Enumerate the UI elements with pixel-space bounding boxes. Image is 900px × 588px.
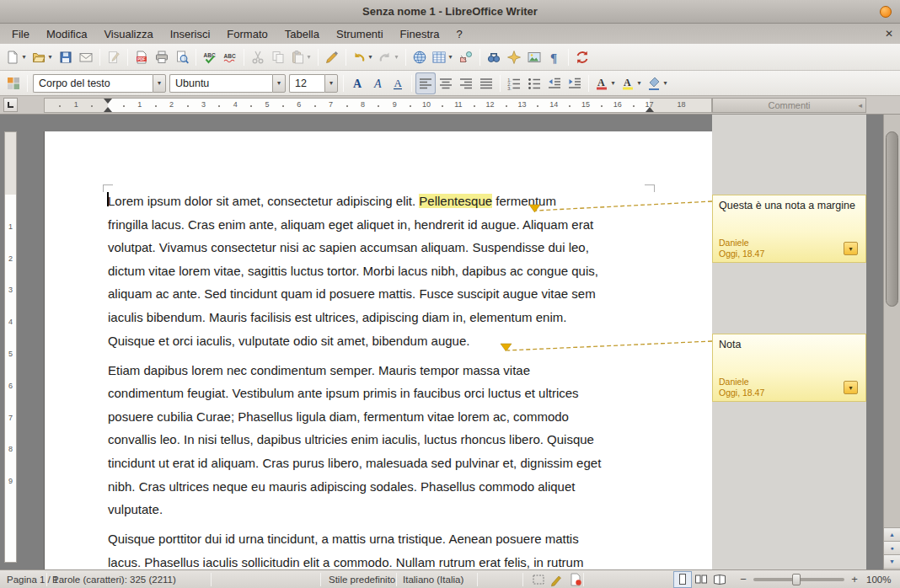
notification-indicator-icon[interactable]	[880, 6, 892, 18]
reload-button[interactable]	[572, 46, 592, 68]
font-color-dropdown-icon[interactable]: ▾	[609, 79, 617, 87]
align-right-button[interactable]	[456, 72, 476, 94]
menu-item-finestra[interactable]: Finestra	[392, 24, 448, 44]
document-text[interactable]: Lorem ipsum dolor sit amet, consectetur …	[108, 190, 664, 569]
view-book-button[interactable]	[711, 572, 728, 587]
font-color-button[interactable]: A▾	[592, 72, 619, 94]
comment-text[interactable]: Nota	[713, 334, 865, 350]
zoom-out-button[interactable]: −	[738, 573, 748, 585]
tab-stop-selector[interactable]	[3, 98, 18, 112]
font-name-combo[interactable]: Ubuntu ▾	[169, 74, 286, 93]
align-left-button[interactable]	[415, 72, 436, 94]
menu-item-tabella[interactable]: Tabella	[276, 24, 328, 44]
new-document-button[interactable]: ▾	[3, 46, 29, 68]
vertical-ruler[interactable]: 123456789	[4, 131, 17, 563]
text-line[interactable]: tincidunt ut erat id aliquam. Cras purus…	[108, 452, 664, 475]
redo-button[interactable]: ▾	[376, 46, 402, 68]
gallery-button[interactable]	[524, 46, 544, 68]
cut-button[interactable]	[248, 46, 268, 68]
find-replace-button[interactable]	[484, 46, 504, 68]
text-line[interactable]: iaculis bibendum. Mauris facilisis est u…	[108, 306, 664, 329]
font-size-dropdown-icon[interactable]: ▾	[324, 74, 338, 93]
menu-item-visualizza[interactable]: Visualizza	[95, 24, 161, 44]
word-count-status[interactable]: Parole (caratteri): 325 (2211)	[52, 570, 176, 588]
menu-item-strumenti[interactable]: Strumenti	[328, 24, 392, 44]
scrollbar-thumb[interactable]	[886, 131, 898, 307]
paragraph-style-dropdown-icon[interactable]: ▾	[153, 74, 166, 93]
autospellcheck-button[interactable]: ABC	[220, 46, 240, 68]
first-line-indent-marker[interactable]	[104, 99, 112, 104]
save-button[interactable]	[56, 46, 76, 68]
text-line[interactable]: Etiam dapibus lorem nec condimentum semp…	[108, 359, 664, 382]
bold-button[interactable]: A	[347, 72, 367, 94]
zoom-slider-thumb[interactable]	[792, 574, 801, 585]
previous-page-button[interactable]: ▲	[884, 527, 900, 541]
selection-mode-icon[interactable]	[531, 572, 546, 587]
copy-button[interactable]	[268, 46, 288, 68]
export-pdf-button[interactable]: PDF	[131, 46, 152, 68]
page-number-status[interactable]: Pagina 1 / 1	[7, 570, 58, 588]
zoom-slider[interactable]	[753, 578, 844, 581]
page-style-status[interactable]: Stile predefinito	[329, 570, 395, 588]
document-modified-icon[interactable]	[568, 572, 583, 587]
zoom-in-button[interactable]: +	[849, 573, 860, 585]
paste-dropdown-icon[interactable]: ▾	[305, 53, 313, 61]
align-justify-button[interactable]	[476, 72, 496, 94]
table-dropdown-icon[interactable]: ▾	[447, 53, 454, 61]
next-page-button[interactable]: ▼	[884, 554, 900, 568]
text-line[interactable]: aliquam ac ante. Sed tincidunt quam id p…	[108, 282, 664, 306]
vertical-scrollbar[interactable]: ▲ ● ▼	[883, 115, 900, 569]
hyperlink-button[interactable]	[410, 46, 430, 68]
highlighted-text[interactable]: Pellentesque	[419, 194, 492, 208]
align-center-button[interactable]	[436, 72, 456, 94]
navigator-button[interactable]	[504, 46, 524, 68]
navigate-by-button[interactable]: ●	[884, 541, 900, 554]
italic-button[interactable]: A	[367, 72, 388, 94]
print-button[interactable]	[152, 46, 172, 68]
text-line[interactable]: condimentum feugiat. Vestibulum ante ips…	[108, 382, 664, 405]
text-line[interactable]: convallis leo. In nisi tellus, dapibus u…	[108, 428, 664, 452]
edit-file-button[interactable]	[104, 46, 124, 68]
undo-button[interactable]: ▾	[350, 46, 376, 68]
clone-formatting-button[interactable]	[322, 46, 342, 68]
titlebar[interactable]: Senza nome 1 - LibreOffice Writer	[0, 0, 900, 24]
comment-note[interactable]: NotaDanieleOggi, 18.47▾	[712, 334, 866, 402]
open-button[interactable]: ▾	[29, 46, 56, 68]
paste-button[interactable]: ▾	[288, 46, 314, 68]
highlight-color-dropdown-icon[interactable]: ▾	[635, 79, 643, 87]
comment-note[interactable]: Questa è una nota a margineDanieleOggi, …	[712, 195, 866, 263]
comment-text[interactable]: Questa è una nota a margine	[713, 195, 865, 211]
view-multiple-pages-button[interactable]	[693, 572, 710, 587]
text-line[interactable]: Quisque porttitor dui id urna tincidunt,…	[108, 527, 664, 551]
menu-item-modifica[interactable]: Modifica	[38, 24, 95, 44]
new-document-dropdown-icon[interactable]: ▾	[20, 53, 28, 61]
zoom-level[interactable]: 100%	[866, 570, 891, 588]
text-line[interactable]: lacus. Phasellus iaculis sollicitudin el…	[108, 551, 664, 569]
text-line[interactable]: posuere cubilia Curae; Phasellus ligula …	[108, 405, 664, 429]
horizontal-ruler[interactable]: 1123456789101112131415161718	[44, 98, 712, 113]
redo-dropdown-icon[interactable]: ▾	[393, 53, 400, 61]
draw-functions-button[interactable]	[456, 46, 476, 68]
text-line[interactable]: Quisque et orci iaculis, vulputate odio …	[108, 329, 664, 353]
table-button[interactable]: ▾	[430, 46, 456, 68]
text-line[interactable]: dictum vitae lorem vitae, sagittis luctu…	[108, 259, 664, 283]
open-dropdown-icon[interactable]: ▾	[46, 53, 54, 61]
decrease-indent-button[interactable]	[544, 72, 565, 94]
font-size-combo[interactable]: 12 ▾	[289, 74, 338, 93]
font-name-dropdown-icon[interactable]: ▾	[272, 74, 286, 93]
underline-button[interactable]: A	[388, 72, 408, 94]
comment-menu-button[interactable]: ▾	[844, 242, 858, 255]
view-single-page-button[interactable]	[674, 572, 691, 587]
increase-indent-button[interactable]	[565, 72, 585, 94]
background-color-button[interactable]: ▾	[645, 72, 671, 94]
close-document-icon[interactable]: ✕	[885, 24, 893, 44]
menu-item-inserisci[interactable]: Inserisci	[162, 24, 219, 44]
background-color-dropdown-icon[interactable]: ▾	[662, 79, 669, 87]
comment-menu-button[interactable]: ▾	[844, 381, 858, 394]
menu-item-help[interactable]: ?	[448, 24, 471, 44]
spelling-button[interactable]: ABC	[200, 46, 220, 68]
undo-dropdown-icon[interactable]: ▾	[367, 53, 374, 61]
print-preview-button[interactable]	[172, 46, 192, 68]
document-page[interactable]: Lorem ipsum dolor sit amet, consectetur …	[44, 131, 712, 569]
paragraph-style-combo[interactable]: Corpo del testo ▾	[33, 74, 166, 93]
